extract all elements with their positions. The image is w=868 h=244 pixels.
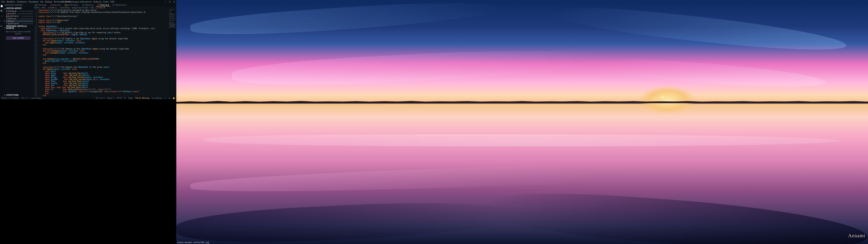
breadcrumb-segment[interactable]: home [34,7,39,9]
close-icon[interactable]: ✕ [164,97,166,99]
brush-stroke [487,187,868,244]
file-path: ~/.vscode-oss/extens... [19,16,33,17]
menu-file[interactable]: File [1,1,5,3]
file-icon [51,4,52,6]
status-bar: Python 3.7.4 64-bit ⊘ 0 ⚠ 7 ⎋ Live Share… [0,97,176,99]
chevron-down-icon [4,8,6,9]
status-python[interactable]: Python 3.7.4 64-bit [1,97,19,99]
sun [660,95,664,99]
tab-py[interactable]: Python.py [81,4,96,6]
status-formatting[interactable]: Formatting: ✓ ✕ [152,97,166,99]
open-folder-button[interactable]: Apri cartella [6,36,31,40]
brush-stroke [556,2,848,57]
chevron-right-icon: › [40,7,41,9]
status-tslint[interactable]: TSLint: Warning [135,97,149,99]
file-icon [113,4,114,6]
tab-label: Java.java [53,4,61,6]
brush-stroke [190,154,855,197]
treeline [176,100,868,103]
brush-stroke [176,196,523,244]
breadcrumb-segment[interactable]: extensions [60,7,70,9]
close-icon[interactable]: ✕ [173,1,175,3]
desktop-wallpaper: Aenami alena-aenami-reflect3k.jpg [176,0,868,244]
search-icon[interactable]: 🔍 [0,10,3,13]
main-area: 📄 🔍 ⎇ ▷ ▦ ESPLORA RISORSE EDITOR APERTI … [0,4,176,97]
debug-icon[interactable]: ▷ [0,20,3,23]
maximize-icon[interactable]: ☐ [168,1,170,3]
title-bar: FileModificaSelezioneVisualizzaVaiDebugT… [0,0,176,4]
file-label: Ruby.rb [7,20,14,22]
file-path: ~/.vscode-oss/extens... [20,23,33,25]
breadcrumb-segment[interactable]: Ruby.rb [98,7,105,9]
dirty-dot-icon [107,4,109,6]
line-numbers: 1234567891011121314151617181920212223242… [33,9,38,97]
status-lang[interactable]: Ruby [128,97,133,99]
activity-bar: 📄 🔍 ⎇ ▷ ▦ [0,4,4,97]
feedback-icon[interactable]: ☺ [168,97,170,99]
scm-icon[interactable]: ⎇ [0,15,3,18]
no-folder-message: Non ci sono ancora cartelle aperte. [4,30,33,36]
tab-rb[interactable]: Ruby.rb [96,4,111,6]
file-label: Python.py [7,18,17,20]
open-editor-item[interactable]: ●Golang.go ~/.vscode-oss/extensions/tea.… [4,10,33,12]
section-outline[interactable]: STRUTTURA [4,94,33,97]
tab-bar: Golang.goJava.javaJavaScript.jsPython.py… [33,4,176,6]
breadcrumb[interactable]: home›dani›.vscode-o...›extensions›teabyi… [33,6,176,9]
menu-selezione[interactable]: Selezione [17,1,27,3]
file-icon [98,4,99,6]
status-cursor[interactable]: Ri 1, col 1 [96,97,105,99]
sidebar-title: ESPLORA RISORSE [4,4,33,7]
file-icon [65,4,67,6]
menu-debug[interactable]: Debug [45,1,52,3]
extensions-icon[interactable]: ▦ [0,25,3,28]
open-editor-item[interactable]: Java.java ~/.vscode-oss/extensions/tea..… [4,12,33,15]
brush-stroke [231,44,613,91]
breadcrumb-segment[interactable]: dani [41,7,45,9]
menu-bar: FileModificaSelezioneVisualizzaVaiDebugT… [1,1,71,3]
status-encoding[interactable]: UTF-8 [116,97,122,99]
window-title: [Host di sviluppo estensione] - Ruby.rb … [62,1,115,3]
status-indent[interactable]: Spazi: 2 [107,97,114,99]
artist-signature: Aenami [848,233,865,239]
tab-label: Python.py [85,4,94,6]
open-editor-item[interactable]: JavaScript.js ~/.vscode-oss/extens...5 [4,15,33,18]
tab-js[interactable]: JavaScript.js [63,4,81,6]
file-label: JavaScript.js [7,15,19,17]
file-icon [6,10,7,12]
file-icon [6,13,7,15]
breadcrumb-segment[interactable]: teabyii.ayu-0.18.0 [72,7,88,9]
tab-java[interactable]: Java.java [49,4,63,6]
open-editor-item[interactable]: TypeScript.ts ~/.vscode-oss/extens...3 [4,22,33,25]
tab-go[interactable]: Golang.go [33,4,49,6]
brush-stroke [584,55,827,92]
minimize-icon[interactable]: ─ [165,1,166,3]
menu-modifica[interactable]: Modifica [6,1,15,3]
breadcrumb-segment[interactable]: .vscode-o... [48,7,58,9]
minimap[interactable] [168,9,176,97]
menu-vai[interactable]: Vai [40,1,43,3]
tab-label: Ruby.rb [100,4,107,6]
breadcrumb-segment[interactable]: test [90,7,94,9]
status-liveshare[interactable]: ⎋ Live Share [30,97,41,99]
status-eol[interactable]: LF [124,97,126,99]
explorer-icon[interactable]: 📄 [0,5,3,8]
tab-label: Golang.go [37,4,46,6]
brush-stroke [204,134,840,146]
code-content[interactable]: class=class="s">"c"># Originally designe… [38,9,168,97]
editor-group: Golang.goJava.javaJavaScript.jsPython.py… [33,4,176,97]
menu-visualizza[interactable]: Visualizza [29,1,38,3]
open-editor-item[interactable]: Python.py ~/.vscode-oss/extensio...9 [4,18,33,20]
file-icon [6,16,7,17]
brush-stroke [190,0,502,40]
status-problems[interactable]: ⊘ 0 ⚠ 7 [21,97,28,99]
chevron-right-icon: › [70,7,71,9]
file-label: TypeScript.ts [7,23,19,25]
tab-ts[interactable]: TypeScript.ts [111,4,129,6]
file-label: Golang.go [7,10,17,12]
editor[interactable]: 1234567891011121314151617181920212223242… [33,9,176,97]
open-editor-item[interactable]: ●Ruby.rb ~/.vscode-oss/extensions/teab..… [4,20,33,22]
section-no-folder[interactable]: NESSUNA CARTELLA APERTA [4,25,33,30]
file-icon [96,7,98,8]
section-open-editors[interactable]: EDITOR APERTI [4,7,33,10]
bell-icon[interactable]: 🔔 [173,97,175,99]
